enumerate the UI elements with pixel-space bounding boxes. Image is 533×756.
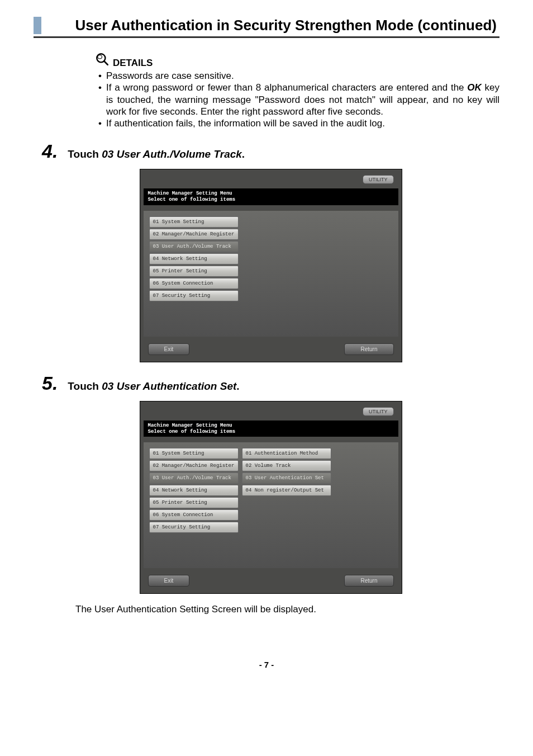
details-heading: DETAILS xyxy=(95,52,499,69)
menu2r-auth-method[interactable]: 01 Authentication Method xyxy=(242,448,331,459)
step-4-text: Touch 03 User Auth./Volume Track. xyxy=(68,148,245,160)
screen-2: UTILITY Machine Manager Setting Menu Sel… xyxy=(140,401,402,594)
menu-system-connection[interactable]: 06 System Connection xyxy=(149,278,239,289)
screen-1-title-l2: Select one of following items xyxy=(148,197,394,203)
screen-1: UTILITY Machine Manager Setting Menu Sel… xyxy=(140,169,402,362)
screen-2-title-l2: Select one of following items xyxy=(148,429,394,435)
menu-user-auth-volume[interactable]: 03 User Auth./Volume Track xyxy=(149,241,239,252)
screen-1-title: Machine Manager Setting Menu Select one … xyxy=(144,188,398,205)
screen-1-footer: Exit Return xyxy=(140,340,402,362)
svg-point-1 xyxy=(98,55,102,59)
screenshot-2: UTILITY Machine Manager Setting Menu Sel… xyxy=(42,401,499,594)
svg-line-2 xyxy=(104,61,108,65)
menu2-network-setting[interactable]: 04 Network Setting xyxy=(149,485,239,496)
step-4-number: 4. xyxy=(42,140,58,162)
step-5-suffix: . xyxy=(236,380,239,392)
bullet-2: If a wrong password or fewer than 8 alph… xyxy=(98,82,499,117)
menu-manager-machine[interactable]: 02 Manager/Machine Register xyxy=(149,229,239,240)
magnify-icon xyxy=(95,52,110,69)
closing-text: The User Authentication Setting Screen w… xyxy=(75,604,499,615)
step-5-heading: 5. Touch 03 User Authentication Set. xyxy=(42,372,499,394)
step-5-text: Touch 03 User Authentication Set. xyxy=(68,380,239,393)
details-label: DETAILS xyxy=(113,58,153,69)
menu2-user-auth-volume[interactable]: 03 User Auth./Volume Track xyxy=(149,472,239,484)
details-bullets: Passwords are case sensitive. If a wrong… xyxy=(95,70,499,129)
ok-key: OK xyxy=(467,82,482,93)
utility-button[interactable]: UTILITY xyxy=(363,175,394,184)
menu2r-volume-track[interactable]: 02 Volume Track xyxy=(242,460,331,471)
screen-1-title-l1: Machine Manager Setting Menu xyxy=(148,191,394,197)
menu-security-setting[interactable]: 07 Security Setting xyxy=(149,290,239,301)
screenshot-1: UTILITY Machine Manager Setting Menu Sel… xyxy=(42,169,499,362)
menu-system-setting[interactable]: 01 System Setting xyxy=(149,216,239,228)
step-5-prefix: Touch xyxy=(68,380,102,392)
menu-printer-setting[interactable]: 05 Printer Setting xyxy=(149,266,239,277)
step-4-prefix: Touch xyxy=(68,148,102,160)
screen-2-body: 01 System Setting 02 Manager/Machine Reg… xyxy=(144,442,398,568)
screen-2-title: Machine Manager Setting Menu Select one … xyxy=(144,420,398,437)
screen-2-left-col: 01 System Setting 02 Manager/Machine Reg… xyxy=(149,448,239,546)
menu2-printer-setting[interactable]: 05 Printer Setting xyxy=(149,497,239,508)
screen-2-footer: Exit Return xyxy=(140,571,402,593)
screen-2-right-col: 01 Authentication Method 02 Volume Track… xyxy=(242,448,331,546)
bullet-1: Passwords are case sensitive. xyxy=(98,70,499,82)
step-4-suffix: . xyxy=(242,148,245,160)
page-header: User Authentication in Security Strength… xyxy=(34,17,499,38)
screen-1-top: UTILITY xyxy=(140,169,402,184)
menu2r-user-auth-set[interactable]: 03 User Authentication Set xyxy=(242,472,331,484)
screen-1-body: 01 System Setting 02 Manager/Machine Reg… xyxy=(144,211,398,337)
bullet-3: If authentication fails, the information… xyxy=(98,117,499,129)
step-4: 4. Touch 03 User Auth./Volume Track. UTI… xyxy=(42,140,499,362)
return-button-2[interactable]: Return xyxy=(344,575,393,587)
menu2r-non-register[interactable]: 04 Non register/Output Set xyxy=(242,485,331,496)
step-4-heading: 4. Touch 03 User Auth./Volume Track. xyxy=(42,140,499,162)
page-number: - 7 - xyxy=(34,660,499,669)
step-5: 5. Touch 03 User Authentication Set. UTI… xyxy=(42,372,499,616)
screen-2-top: UTILITY xyxy=(140,401,402,416)
utility-button-2[interactable]: UTILITY xyxy=(363,407,394,416)
details-section: DETAILS Passwords are case sensitive. If… xyxy=(95,52,499,129)
menu2-system-setting[interactable]: 01 System Setting xyxy=(149,448,239,459)
menu2-security-setting[interactable]: 07 Security Setting xyxy=(149,522,239,533)
menu2-system-connection[interactable]: 06 System Connection xyxy=(149,509,239,521)
step-4-italic: 03 User Auth./Volume Track xyxy=(102,148,242,160)
menu-network-setting[interactable]: 04 Network Setting xyxy=(149,253,239,264)
menu2-manager-machine[interactable]: 02 Manager/Machine Register xyxy=(149,460,239,471)
step-5-italic: 03 User Authentication Set xyxy=(102,380,236,392)
page-title: User Authentication in Security Strength… xyxy=(34,17,499,34)
screen-2-title-l1: Machine Manager Setting Menu xyxy=(148,423,394,429)
screen-1-left-col: 01 System Setting 02 Manager/Machine Reg… xyxy=(149,216,239,314)
return-button[interactable]: Return xyxy=(344,343,393,355)
exit-button[interactable]: Exit xyxy=(148,343,190,355)
step-5-number: 5. xyxy=(42,372,58,394)
exit-button-2[interactable]: Exit xyxy=(148,575,190,587)
bullet-2-a: If a wrong password or fewer than 8 alph… xyxy=(106,82,467,93)
